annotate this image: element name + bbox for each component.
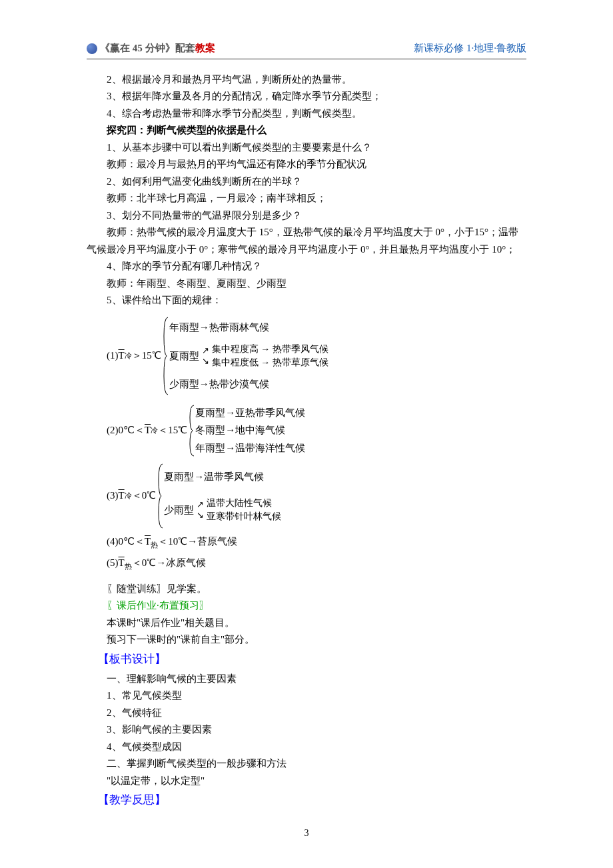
series-title-suffix: 教案 — [195, 43, 215, 53]
rule-1-a: 年雨型→热带雨林气候 — [169, 319, 328, 335]
rule-3-options: 夏雨型→温带季风气候 少雨型 温带大陆性气候 亚寒带针叶林气候 — [163, 463, 281, 529]
rule-2-b: 冬雨型→地中海气候 — [195, 422, 305, 438]
rule-2-options: 夏雨型→亚热带季风气候 冬雨型→地中海气候 年雨型→温带海洋性气候 — [194, 404, 305, 457]
rule-1: (1)T冷＞15℃ 年雨型→热带雨林气候 夏雨型 集中程度高 → 热带季风气候 … — [107, 316, 526, 396]
page-header: 《赢在 45 分钟》配套教案 新课标必修 1·地理·鲁教版 — [87, 40, 526, 59]
paragraph: 2、根据最冷月和最热月平均气温，判断所处的热量带。 — [87, 71, 526, 89]
paragraph: 4、气候类型成因 — [87, 739, 526, 756]
brace-icon — [189, 404, 194, 457]
paragraph: 5、课件给出下面的规律： — [87, 292, 526, 309]
brace-icon — [157, 463, 163, 529]
rule-2: (2)0℃＜T冷＜15℃ 夏雨型→亚热带季风气候 冬雨型→地中海气候 年雨型→温… — [107, 404, 526, 457]
green-heading: 〖课后作业·布置预习〗 — [87, 597, 526, 615]
blue-heading: 【教学反思】 — [87, 791, 526, 810]
branch-icon: 集中程度高 → 热带季风气候 集中程度低 → 热带草原气候 — [202, 343, 328, 369]
paragraph: 预习下一课时的"课前自主"部分。 — [87, 631, 526, 649]
branch-icon: 温带大陆性气候 亚寒带针叶林气候 — [197, 497, 281, 523]
paragraph: 教师：北半球七月高温，一月最冷；南半球相反； — [87, 190, 526, 207]
rule-3-condition: (3)T冷＜0℃ — [107, 463, 157, 529]
paragraph: 2、如何利用气温变化曲线判断所在的半球？ — [87, 173, 526, 191]
paragraph: 教师：最冷月与最热月的平均气温还有降水的季节分配状况 — [87, 156, 526, 173]
rule-4: (4)0℃＜T热＜10℃→苔原气候 — [107, 533, 526, 551]
book-logo-icon — [87, 43, 97, 54]
rule-3-b: 少雨型 温带大陆性气候 亚寒带针叶林气候 — [164, 497, 281, 523]
rule-1-c: 少雨型→热带沙漠气候 — [169, 376, 328, 392]
rule-3: (3)T冷＜0℃ 夏雨型→温带季风气候 少雨型 温带大陆性气候 亚寒带针叶林气候 — [107, 463, 526, 529]
paragraph: 一、理解影响气候的主要因素 — [87, 671, 526, 688]
paragraph: 教师：热带气候的最冷月温度大于 15°，亚热带气候的最冷月平均温度大于 0°，小… — [87, 224, 526, 258]
paragraph: 二、掌握判断气候类型的一般步骤和方法 — [87, 755, 526, 773]
paragraph: 1、常见气候类型 — [87, 687, 526, 705]
paragraph: 本课时"课后作业"相关题目。 — [87, 615, 526, 632]
rule-1-b: 夏雨型 集中程度高 → 热带季风气候 集中程度低 → 热带草原气候 — [169, 343, 328, 369]
brace-icon — [163, 316, 168, 396]
section-heading: 探究四：判断气候类型的依据是什么 — [87, 122, 526, 139]
header-right: 新课标必修 1·地理·鲁教版 — [414, 40, 526, 57]
page-number: 3 — [0, 825, 613, 841]
header-left: 《赢在 45 分钟》配套教案 — [87, 40, 215, 57]
paragraph: 1、从基本步骤中可以看出判断气候类型的主要要素是什么？ — [87, 139, 526, 157]
rule-2-condition: (2)0℃＜T冷＜15℃ — [107, 404, 189, 457]
rule-1-options: 年雨型→热带雨林气候 夏雨型 集中程度高 → 热带季风气候 集中程度低 → 热带… — [168, 316, 328, 396]
series-title-prefix: 《赢在 45 分钟》配套 — [100, 43, 195, 53]
rule-2-c: 年雨型→温带海洋性气候 — [195, 440, 305, 456]
blue-heading: 【板书设计】 — [87, 650, 526, 669]
paragraph: 2、气候特征 — [87, 705, 526, 722]
rule-2-a: 夏雨型→亚热带季风气候 — [195, 405, 305, 421]
rule-3-a: 夏雨型→温带季风气候 — [164, 469, 281, 485]
document-content: 2、根据最冷月和最热月平均气温，判断所处的热量带。 3、根据年降水量及各月的分配… — [87, 71, 526, 811]
paragraph: 3、影响气候的主要因素 — [87, 721, 526, 739]
paragraph: 教师：年雨型、冬雨型、夏雨型、少雨型 — [87, 275, 526, 293]
paragraph: 〖随堂训练〗见学案。 — [87, 581, 526, 598]
paragraph: 3、划分不同热量带的气温界限分别是多少？ — [87, 207, 526, 225]
paragraph: "以温定带，以水定型" — [87, 773, 526, 790]
rule-1-condition: (1)T冷＞15℃ — [107, 316, 163, 396]
paragraph: 4、降水的季节分配有哪几种情况？ — [87, 258, 526, 275]
paragraph: 3、根据年降水量及各月的分配情况，确定降水季节分配类型； — [87, 88, 526, 105]
series-title: 《赢在 45 分钟》配套教案 — [100, 40, 215, 57]
rule-5: (5)T热＜0℃→冰原气候 — [107, 555, 526, 573]
paragraph: 4、综合考虑热量带和降水季节分配类型，判断气候类型。 — [87, 105, 526, 123]
